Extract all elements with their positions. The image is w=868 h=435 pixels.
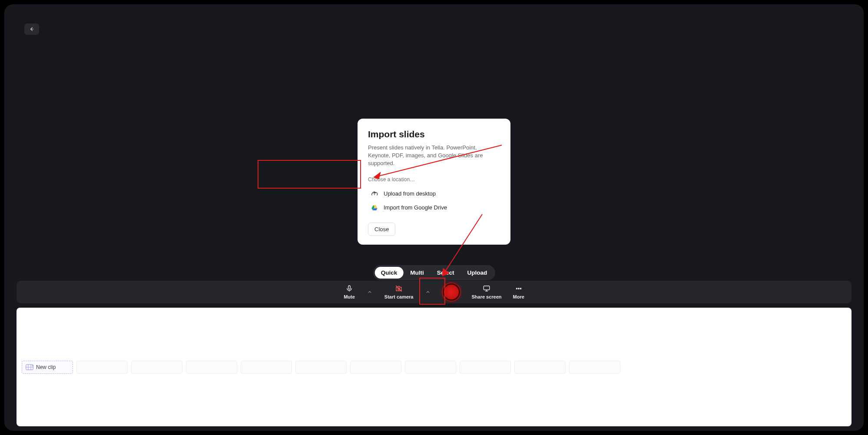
google-drive-icon [371, 204, 378, 212]
upload-from-desktop-label: Upload from desktop [384, 190, 436, 197]
new-clip-button[interactable]: + New clip [22, 361, 73, 374]
clip-strip: + New clip [17, 308, 851, 426]
close-button[interactable]: Close [368, 222, 395, 236]
recording-toolbar: Mute Start camera Share screen More [17, 281, 851, 303]
camera-options-chevron[interactable] [424, 289, 431, 296]
choose-location-label: Choose a location… [368, 176, 500, 183]
clip-placeholder [514, 361, 566, 374]
more-icon [515, 285, 523, 292]
microphone-icon [345, 285, 353, 292]
svg-rect-3 [348, 286, 351, 289]
clip-placeholder [295, 361, 347, 374]
mode-bar: Quick Multi Select Upload [373, 265, 495, 280]
camera-off-icon [395, 285, 403, 292]
annotation-box-upload [258, 160, 361, 189]
clip-placeholder [405, 361, 456, 374]
clip-placeholder [131, 361, 182, 374]
upload-from-desktop-option[interactable]: Upload from desktop [368, 187, 500, 201]
clip-placeholder [76, 361, 128, 374]
monitor-icon [483, 285, 490, 292]
svg-point-6 [516, 288, 517, 289]
app-frame: Import slides Present slides natively in… [4, 4, 864, 431]
clip-placeholder [460, 361, 511, 374]
record-button[interactable] [443, 283, 460, 301]
upload-icon [371, 190, 378, 198]
share-screen-label: Share screen [471, 294, 501, 299]
dialog-description: Present slides natively in Tella. PowerP… [368, 144, 500, 168]
start-camera-button[interactable]: Start camera [384, 285, 414, 299]
mute-label: Mute [344, 294, 355, 299]
more-label: More [513, 294, 524, 299]
mode-quick[interactable]: Quick [375, 267, 404, 279]
mode-upload[interactable]: Upload [461, 267, 494, 279]
svg-point-7 [518, 288, 519, 289]
svg-point-8 [520, 288, 521, 289]
share-screen-button[interactable]: Share screen [471, 285, 501, 299]
import-from-google-drive-option[interactable]: Import from Google Drive [368, 201, 500, 215]
mode-multi[interactable]: Multi [404, 267, 430, 279]
svg-rect-5 [484, 286, 490, 290]
arrow-left-icon [29, 26, 35, 32]
clip-placeholder [569, 361, 620, 374]
more-button[interactable]: More [513, 285, 524, 299]
clip-placeholder [186, 361, 237, 374]
back-button[interactable] [24, 23, 39, 35]
mute-options-chevron[interactable] [366, 289, 373, 296]
import-from-google-drive-label: Import from Google Drive [384, 204, 447, 211]
clip-placeholder [241, 361, 292, 374]
dialog-title: Import slides [368, 129, 500, 139]
clip-placeholder [350, 361, 401, 374]
import-slides-dialog: Import slides Present slides natively in… [358, 119, 510, 245]
start-camera-label: Start camera [384, 294, 414, 299]
mute-button[interactable]: Mute [344, 285, 355, 299]
mode-select[interactable]: Select [431, 267, 461, 279]
svg-text:+: + [32, 364, 33, 367]
new-clip-icon: + [26, 364, 33, 370]
new-clip-label: New clip [36, 364, 56, 370]
